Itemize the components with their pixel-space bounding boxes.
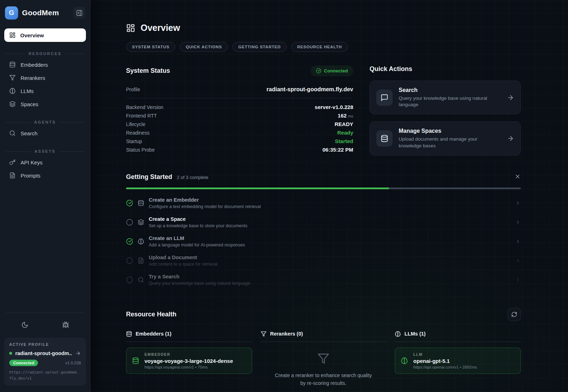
- arrow-right-icon: [507, 94, 514, 101]
- sidebar-item-label: Prompts: [21, 173, 40, 179]
- database-icon: [9, 61, 16, 68]
- status-value: 06:35:22 PM: [322, 147, 353, 153]
- quick-action-icon-box: [376, 130, 393, 147]
- embedder-resource-card[interactable]: EMBEDDER voyage-voyage-3-large-1024-dens…: [126, 348, 252, 374]
- sidebar-item-label: Overview: [20, 32, 44, 38]
- search-icon: [138, 277, 144, 283]
- sidebar-item-label: Embedders: [21, 62, 48, 68]
- completed-check-icon: [126, 200, 133, 207]
- dashboard-icon: [126, 23, 135, 33]
- status-row-frontend-rtt: Frontend RTT 162ms: [126, 111, 353, 120]
- sidebar-item-label: Rerankers: [21, 75, 45, 81]
- file-text-icon: [9, 172, 16, 179]
- resource-column-title: Rerankers (0): [270, 331, 303, 337]
- resource-type-label: LLM: [413, 352, 477, 356]
- sidebar-item-search[interactable]: Search: [4, 127, 86, 140]
- database-icon: [138, 200, 144, 206]
- getting-started-item-create-embedder[interactable]: Create an Embedder Configure a text embe…: [126, 194, 521, 213]
- status-value: radiant-sprout-goodmem.fly.dev: [267, 86, 353, 93]
- status-value: 162ms: [338, 113, 353, 119]
- sidebar-item-prompts[interactable]: Prompts: [4, 169, 86, 182]
- sidebar-item-spaces[interactable]: Spaces: [4, 98, 86, 110]
- status-row-readiness: Readiness Ready: [126, 129, 353, 137]
- sidebar-item-label: Spaces: [21, 101, 38, 107]
- quick-action-desc: Query your knowledge base using natural …: [399, 95, 493, 108]
- quick-action-manage-spaces-card[interactable]: Manage Spaces Upload documents and manag…: [370, 121, 521, 155]
- getting-started-item-create-llm[interactable]: Create an LLM Add a language model for A…: [126, 232, 521, 251]
- debug-button[interactable]: [59, 318, 72, 331]
- status-value: server-v1.0.228: [315, 104, 353, 110]
- status-label: Backend Version: [126, 104, 163, 110]
- chevron-right-icon: [515, 258, 521, 263]
- close-button[interactable]: [514, 173, 521, 181]
- section-label-resources: RESOURCES: [6, 51, 84, 56]
- chip-resource-health[interactable]: RESOURCE HEALTH: [291, 42, 348, 52]
- sidebar-item-api-keys[interactable]: API Keys: [4, 156, 86, 169]
- getting-started-item-text: Try a Search Query your knowledge base u…: [149, 274, 250, 286]
- resource-meta: https://api.voyageai.com/v1 • 75ms: [144, 365, 233, 369]
- version-label: v1.0.228: [65, 361, 81, 365]
- getting-started-item-try-search[interactable]: Try a Search Query your knowledge base u…: [126, 270, 521, 289]
- quick-actions-section: Quick Actions Search Query your knowledg…: [370, 65, 521, 156]
- sidebar-item-llms[interactable]: LLMs: [4, 85, 86, 97]
- check-circle-icon: [316, 68, 321, 74]
- chevron-right-icon: [515, 239, 521, 244]
- status-value: READY: [334, 121, 353, 127]
- page-title: Overview: [141, 23, 180, 33]
- quick-action-search-card[interactable]: Search Query your knowledge base using n…: [370, 81, 521, 114]
- resource-health-section: Resource Health Embedders (1) EMBEDDER v…: [126, 308, 521, 392]
- status-value: Ready: [337, 130, 353, 136]
- message-square-icon: [381, 94, 388, 102]
- theme-toggle-button[interactable]: [18, 318, 31, 331]
- resource-card-text: EMBEDDER voyage-voyage-3-large-1024-dens…: [144, 352, 233, 369]
- getting-started-item-create-space[interactable]: Create a Space Set up a knowledge base t…: [126, 213, 521, 232]
- sidebar-item-overview[interactable]: Overview: [4, 28, 86, 42]
- brain-icon: [138, 238, 144, 245]
- divider: [6, 312, 84, 313]
- active-profile-card[interactable]: ACTIVE PROFILE radiant-sprout-goodm... C…: [4, 338, 86, 386]
- sidebar-item-embedders[interactable]: Embedders: [4, 58, 86, 71]
- status-label: Startup: [126, 138, 142, 144]
- bug-icon: [62, 321, 69, 328]
- refresh-icon: [511, 311, 517, 317]
- chip-system-status[interactable]: SYSTEM STATUS: [126, 42, 175, 52]
- getting-started-item-upload-document[interactable]: Upload a Document Add content to a space…: [126, 251, 521, 270]
- resource-column-embedders: Embedders (1) EMBEDDER voyage-voyage-3-l…: [126, 331, 252, 392]
- panel-collapse-icon: [76, 10, 83, 16]
- quick-actions-title: Quick Actions: [370, 65, 521, 73]
- funnel-icon: [9, 75, 16, 81]
- refresh-button[interactable]: [508, 308, 521, 321]
- llm-resource-card[interactable]: LLM openai-gpt-5.1 https://api.openai.co…: [395, 348, 521, 374]
- completed-check-icon: [126, 238, 133, 245]
- status-label: Profile: [126, 87, 140, 92]
- chevron-right-icon: [515, 277, 521, 283]
- profile-name-row: radiant-sprout-goodm...: [9, 350, 81, 356]
- layers-icon: [9, 101, 16, 107]
- arrow-right-icon[interactable]: [75, 350, 81, 356]
- app-logo: G: [5, 6, 18, 20]
- search-icon: [9, 130, 16, 136]
- dashboard-icon: [9, 32, 16, 38]
- chip-quick-actions[interactable]: QUICK ACTIONS: [180, 42, 228, 52]
- layers-icon: [138, 219, 144, 225]
- status-label: Frontend RTT: [126, 113, 157, 119]
- database-icon: [132, 357, 139, 364]
- rerankers-empty-state: Create a reranker to enhance search qual…: [261, 342, 387, 392]
- sidebar-footer: ACTIVE PROFILE radiant-sprout-goodm... C…: [4, 312, 86, 386]
- getting-started-progress-label: 2 of 3 complete: [177, 175, 208, 180]
- resource-name: voyage-voyage-3-large-1024-dense: [144, 358, 233, 364]
- sidebar-collapse-button[interactable]: [73, 7, 85, 19]
- funnel-icon: [261, 331, 267, 337]
- section-chips: SYSTEM STATUS QUICK ACTIONS GETTING STAR…: [126, 42, 521, 52]
- status-label: Readiness: [126, 130, 149, 136]
- sidebar-header: G GoodMem: [4, 5, 86, 21]
- status-label: Status Probe: [126, 147, 155, 153]
- profile-url: https://radiant-sprout-goodmem.fly.dev/v…: [9, 369, 81, 381]
- chip-getting-started[interactable]: GETTING STARTED: [232, 42, 287, 52]
- quick-action-icon-box: [376, 89, 393, 106]
- sidebar-item-rerankers[interactable]: Rerankers: [4, 71, 86, 84]
- pending-circle-icon: [126, 257, 133, 264]
- connected-status-label: Connected: [324, 68, 348, 74]
- resource-name: openai-gpt-5.1: [413, 358, 477, 364]
- brain-icon: [9, 88, 16, 94]
